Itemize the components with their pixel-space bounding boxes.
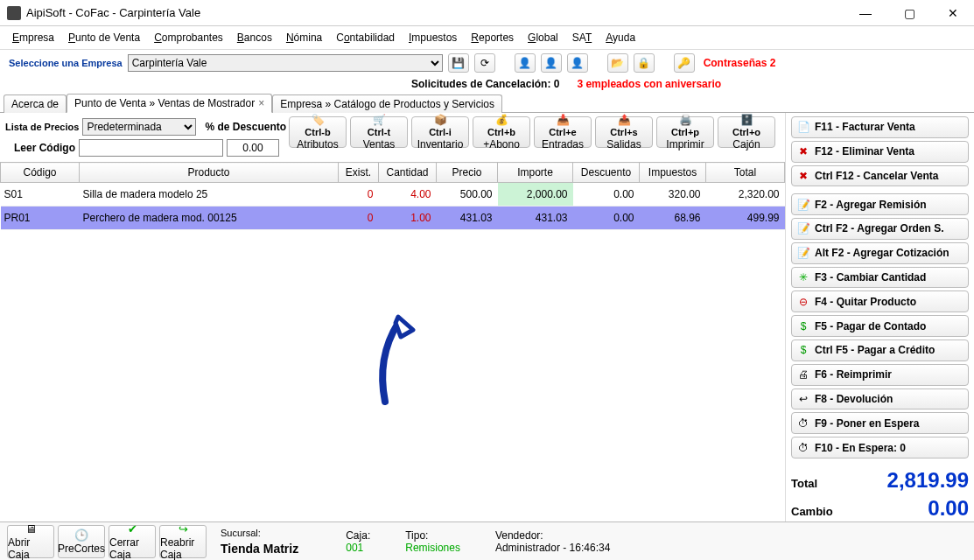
menu-global[interactable]: Global xyxy=(522,30,564,46)
refresh-icon[interactable]: ⟳ xyxy=(474,53,495,73)
key-icon[interactable]: 🔑 xyxy=(674,53,695,73)
cambiar-cantidad-button[interactable]: ✳F3 - Cambiar Cantidad xyxy=(791,267,969,289)
puzzle-icon: ✳ xyxy=(797,271,809,284)
precortes-button[interactable]: 🕒PreCortes xyxy=(58,525,105,558)
box-icon: 📦 xyxy=(434,114,447,126)
menu-sat[interactable]: SAT xyxy=(567,30,597,46)
clock-icon: ⏱ xyxy=(797,442,809,454)
imprimir-button[interactable]: 🖨️Ctrl+pImprimir xyxy=(656,116,714,148)
empresa-select[interactable]: Carpintería Vale xyxy=(128,54,443,72)
col-descuento[interactable]: Descuento xyxy=(573,163,640,183)
leer-codigo-input[interactable] xyxy=(79,139,223,157)
col-importe[interactable]: Importe xyxy=(498,163,573,183)
user2-icon[interactable]: 👤 xyxy=(541,53,562,73)
close-icon[interactable]: × xyxy=(258,97,264,109)
col-impuestos[interactable]: Impuestos xyxy=(640,163,706,183)
inventario-button[interactable]: 📦Ctrl-iInventario xyxy=(411,116,469,148)
close-button[interactable]: ✕ xyxy=(939,6,967,20)
lista-precios-select[interactable]: Predeterminada xyxy=(82,118,196,136)
maximize-button[interactable]: ▢ xyxy=(895,6,923,20)
col-producto[interactable]: Producto xyxy=(80,163,339,183)
agregar-orden-button[interactable]: 📝Ctrl F2 - Agregar Orden S. xyxy=(791,218,969,240)
cajon-button[interactable]: 🗄️Ctrl+oCajón xyxy=(718,116,775,148)
tab-ventas-mostrador[interactable]: Punto de Venta » Ventas de Mostrador× xyxy=(67,94,272,113)
cancel-icon: ✖ xyxy=(797,170,809,182)
folder-icon[interactable]: 📂 xyxy=(607,53,628,73)
out-icon: 📤 xyxy=(618,114,631,126)
in-icon: 📥 xyxy=(557,114,570,126)
agregar-remision-button[interactable]: 📝F2 - Agregar Remisión xyxy=(791,193,969,215)
shortcut-bar: 🏷️Ctrl-bAtributos 🛒Ctrl-tVentas 📦Ctrl-iI… xyxy=(289,116,775,148)
save-icon[interactable]: 💾 xyxy=(448,53,469,73)
menu-ayuda[interactable]: Ayuda xyxy=(600,30,641,46)
en-espera-button[interactable]: ⏱F10 - En Espera: 0 xyxy=(791,437,969,458)
credit-icon: $ xyxy=(797,344,809,356)
reimprimir-button[interactable]: 🖨F6 - Reimprimir xyxy=(791,364,969,386)
col-total[interactable]: Total xyxy=(706,163,785,183)
drawer-icon: 🗄️ xyxy=(740,114,753,126)
vendedor-field: Vendedor:Administrador - 16:46:34 xyxy=(495,529,610,554)
tipo-field: Tipo:Remisiones xyxy=(405,529,460,554)
atributos-button[interactable]: 🏷️Ctrl-bAtributos xyxy=(289,116,347,148)
totals-panel: Total2,819.99 Cambio0.00 xyxy=(791,468,969,524)
col-cantidad[interactable]: Cantidad xyxy=(379,163,437,183)
facturar-button[interactable]: 📄F11 - Facturar Venta xyxy=(791,116,969,138)
menu-nomina[interactable]: Nómina xyxy=(281,30,327,46)
entradas-button[interactable]: 📥Ctrl+eEntradas xyxy=(534,116,592,148)
ventas-button[interactable]: 🛒Ctrl-tVentas xyxy=(350,116,408,148)
agregar-cotizacion-button[interactable]: 📝Alt F2 - Agregar Cotización xyxy=(791,242,969,264)
pagar-credito-button[interactable]: $Ctrl F5 - Pagar a Crédito xyxy=(791,340,969,361)
user3-icon[interactable]: 👤 xyxy=(567,53,588,73)
devolucion-button[interactable]: ↩F8 - Devolución xyxy=(791,388,969,410)
contrasenas-label[interactable]: Contraseñas 2 xyxy=(704,57,776,69)
minimize-button[interactable]: — xyxy=(851,6,879,20)
action-panel: 📄F11 - Facturar Venta ✖F12 - Eliminar Ve… xyxy=(786,113,974,528)
abono-button[interactable]: 💰Ctrl+b+Abono xyxy=(473,116,530,148)
printer-icon: 🖨️ xyxy=(679,114,692,126)
abrir-caja-button[interactable]: 🖥Abrir Caja xyxy=(7,525,54,558)
info-line: Solicitudes de Cancelación: 0 3 empleado… xyxy=(0,76,974,94)
window-title: AipiSoft - CoFac - Carpintería Vale xyxy=(26,6,851,19)
clock-icon: 🕒 xyxy=(74,528,88,542)
col-exist[interactable]: Exist. xyxy=(339,163,379,183)
cambio-label: Cambio xyxy=(791,505,833,518)
tab-catalogo-productos[interactable]: Empresa » Catálogo de Productos y Servic… xyxy=(272,94,502,113)
espera-button[interactable]: ⏱F9 - Poner en Espera xyxy=(791,412,969,434)
menu-contabilidad[interactable]: Contabilidad xyxy=(331,30,400,46)
menu-bancos[interactable]: Bancos xyxy=(232,30,277,46)
statusbar: 🖥Abrir Caja 🕒PreCortes ✔Cerrar Caja ↪Rea… xyxy=(0,522,974,560)
menu-impuestos[interactable]: Impuestos xyxy=(403,30,462,46)
solicitudes-label: Solicitudes de Cancelación: 0 xyxy=(411,78,559,90)
menubar: Empresa Punto de Venta Comprobantes Banc… xyxy=(0,26,974,50)
menu-pdv[interactable]: Punto de Venta xyxy=(63,30,145,46)
total-value: 2,819.99 xyxy=(887,468,969,493)
descuento-input[interactable] xyxy=(227,139,279,157)
eliminar-button[interactable]: ✖F12 - Eliminar Venta xyxy=(791,141,969,163)
cerrar-caja-button[interactable]: ✔Cerrar Caja xyxy=(109,525,156,558)
main-panel: Lista de Precios Predeterminada % de Des… xyxy=(0,113,786,528)
aniversario-label[interactable]: 3 empleados con aniversario xyxy=(577,78,721,90)
col-precio[interactable]: Precio xyxy=(437,163,498,183)
reabrir-caja-button[interactable]: ↪Reabrir Caja xyxy=(159,525,207,558)
cart-icon: 🛒 xyxy=(373,114,386,126)
terminal-icon: 🖥 xyxy=(25,522,37,536)
table-row[interactable]: PR01 Perchero de madera mod. 00125 0 1.0… xyxy=(1,206,785,230)
app-icon xyxy=(7,6,21,20)
tab-acerca-de[interactable]: Acerca de xyxy=(4,94,67,113)
cambio-value: 0.00 xyxy=(928,496,969,521)
pagar-contado-button[interactable]: $F5 - Pagar de Contado xyxy=(791,315,969,337)
lock-icon[interactable]: 🔒 xyxy=(634,53,655,73)
col-codigo[interactable]: Código xyxy=(1,163,80,183)
lista-precios-label: Lista de Precios xyxy=(5,122,79,132)
salidas-button[interactable]: 📤Ctrl+sSalidas xyxy=(595,116,653,148)
user1-icon[interactable]: 👤 xyxy=(515,53,536,73)
table-row[interactable]: S01 Silla de madera modelo 25 0 4.00 500… xyxy=(1,183,785,206)
sucursal-field: Sucursal: Tienda Matriz xyxy=(221,528,298,556)
quitar-producto-button[interactable]: ⊖F4 - Quitar Producto xyxy=(791,290,969,312)
cancelar-button[interactable]: ✖Ctrl F12 - Cancelar Venta xyxy=(791,165,969,187)
menu-comprobantes[interactable]: Comprobantes xyxy=(149,30,228,46)
menu-empresa[interactable]: Empresa xyxy=(7,30,60,46)
reprint-icon: 🖨 xyxy=(797,368,809,381)
caja-field: Caja:001 xyxy=(346,529,370,554)
menu-reportes[interactable]: Reportes xyxy=(466,30,519,46)
